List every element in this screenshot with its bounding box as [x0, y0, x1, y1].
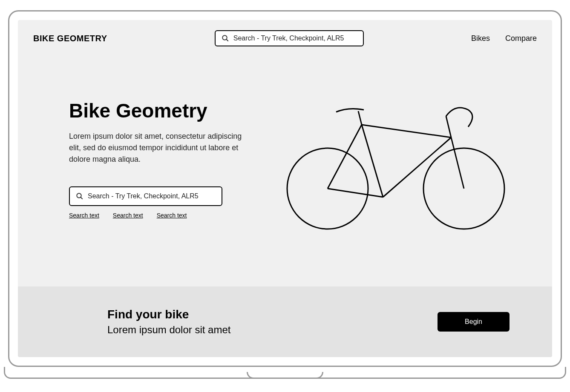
- hero-search[interactable]: [69, 186, 222, 206]
- begin-button[interactable]: Begin: [438, 312, 510, 332]
- hero-search-wrap: Search text Search text Search text: [69, 186, 222, 219]
- cta-text: Find your bike Lorem ipsum dolor sit ame…: [107, 308, 230, 336]
- header: BIKE GEOMETRY Bikes Compare: [18, 20, 552, 57]
- nav-links: Bikes Compare: [471, 34, 537, 43]
- hero-search-input[interactable]: [88, 192, 216, 200]
- svg-point-2: [77, 193, 81, 198]
- hero-illustration: [265, 74, 527, 233]
- svg-line-13: [358, 111, 362, 125]
- device-notch: [247, 372, 323, 379]
- device-base: [4, 367, 566, 379]
- cta-title: Find your bike: [107, 308, 230, 321]
- svg-line-12: [446, 116, 451, 137]
- svg-line-11: [451, 137, 464, 189]
- svg-line-8: [362, 125, 451, 137]
- app-screen: BIKE GEOMETRY Bikes Compare: [18, 20, 552, 357]
- search-suggestion-link[interactable]: Search text: [69, 212, 99, 219]
- svg-line-6: [328, 189, 383, 197]
- svg-line-10: [328, 125, 362, 189]
- nav-link-bikes[interactable]: Bikes: [471, 34, 490, 43]
- header-search-input[interactable]: [233, 34, 357, 42]
- header-search[interactable]: [215, 30, 364, 46]
- nav-link-compare[interactable]: Compare: [505, 34, 537, 43]
- device-bezel: BIKE GEOMETRY Bikes Compare: [8, 10, 562, 367]
- cta-bar: Find your bike Lorem ipsum dolor sit ame…: [18, 286, 552, 357]
- hero-description: Lorem ipsum dolor sit amet, consectetur …: [69, 131, 248, 165]
- hero-title: Bike Geometry: [69, 99, 248, 122]
- svg-point-0: [222, 35, 227, 40]
- search-suggestions: Search text Search text Search text: [69, 212, 222, 219]
- search-icon: [76, 192, 83, 200]
- svg-line-9: [383, 137, 451, 197]
- search-icon: [222, 34, 229, 42]
- hero-section: Bike Geometry Lorem ipsum dolor sit amet…: [18, 57, 552, 286]
- cta-subtitle: Lorem ipsum dolor sit amet: [107, 324, 230, 336]
- logo: BIKE GEOMETRY: [33, 34, 107, 43]
- svg-line-3: [81, 197, 83, 199]
- search-suggestion-link[interactable]: Search text: [113, 212, 143, 219]
- device-frame: BIKE GEOMETRY Bikes Compare: [8, 10, 562, 379]
- search-suggestion-link[interactable]: Search text: [157, 212, 187, 219]
- svg-line-7: [362, 125, 383, 197]
- svg-line-1: [226, 39, 228, 41]
- hero-text-column: Bike Geometry Lorem ipsum dolor sit amet…: [69, 74, 248, 219]
- bike-icon: [276, 86, 515, 233]
